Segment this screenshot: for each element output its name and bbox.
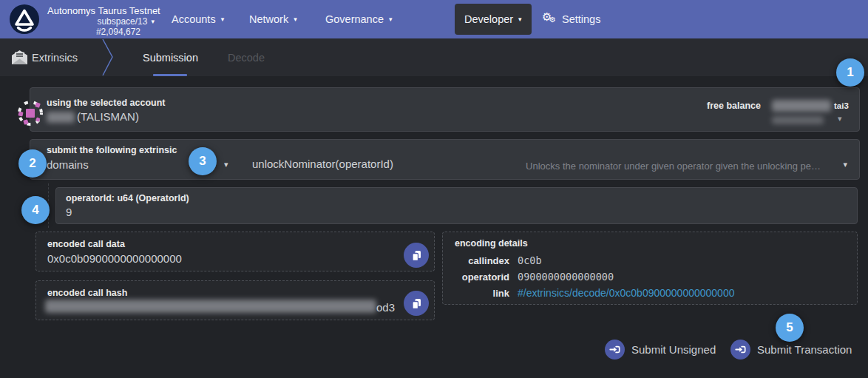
annotation-marker-4: 4 — [21, 196, 50, 224]
encoded-call-data-label: encoded call data — [47, 239, 125, 249]
call-hash-redacted — [45, 300, 376, 313]
annotation-marker-5: 5 — [776, 314, 804, 342]
encoding-row-link: link #/extrinsics/decode/0x0c0b090000000… — [455, 287, 734, 299]
decode-link[interactable]: #/extrinsics/decode/0x0c0b09000000000000… — [518, 287, 734, 299]
method-dropdown-caret-icon[interactable]: ▾ — [843, 161, 847, 169]
runtime-version: subspace/13 — [97, 16, 147, 27]
menu-network-label: Network — [249, 13, 288, 25]
menu-governance-label: Governance — [325, 13, 384, 25]
free-balance-redacted — [772, 100, 831, 112]
balance-secondary-redacted — [772, 116, 824, 124]
extrinsic-select-label: submit the following extrinsic — [47, 145, 177, 155]
submit-transaction-label: Submit Transaction — [757, 343, 852, 356]
param-value[interactable]: 9 — [66, 206, 72, 218]
account-name-redacted — [47, 112, 75, 123]
tab-submission[interactable]: Submission — [143, 38, 198, 76]
chevron-down-icon: ▾ — [151, 18, 155, 25]
runtime-selector[interactable]: subspace/13 ▾ — [47, 16, 155, 27]
encoded-call-data-box: encoded call data 0x0c0b0900000000000000 — [35, 232, 435, 271]
encoding-row-callindex: callindex 0c0b — [455, 254, 542, 266]
active-tab-underline — [153, 74, 187, 76]
section-dropdown-value[interactable]: domains — [47, 158, 89, 171]
method-description: Unlocks the nominator under given operat… — [526, 161, 821, 172]
annotation-marker-3: 3 — [189, 147, 217, 175]
account-dropdown-caret-icon[interactable]: ▾ — [838, 115, 842, 123]
section-dropdown-caret-icon[interactable]: ▾ — [224, 161, 228, 169]
encoding-row-label: operatorid — [455, 271, 509, 283]
best-block-number: #2,094,672 — [47, 27, 140, 37]
sign-in-icon — [730, 340, 750, 360]
free-balance-label: free balance — [707, 101, 761, 111]
copy-icon — [410, 249, 423, 262]
menu-governance[interactable]: Governance ▾ — [325, 0, 393, 38]
sign-in-icon — [605, 340, 625, 360]
param-operator-id-field[interactable]: operatorId: u64 (OperatorId) 9 — [55, 187, 858, 224]
account-select-label: using the selected account — [47, 98, 165, 108]
submit-unsigned-label: Submit Unsigned — [631, 343, 716, 356]
copy-icon — [410, 297, 423, 310]
chevron-down-icon: ▾ — [221, 16, 225, 23]
account-identicon — [16, 99, 44, 130]
menu-accounts-label: Accounts — [172, 13, 216, 25]
menu-settings-label: Settings — [562, 13, 600, 25]
autonomys-logo-icon[interactable] — [10, 4, 39, 34]
copy-call-hash-button[interactable] — [404, 291, 429, 316]
chain-name: Autonomys Taurus Testnet — [47, 5, 160, 16]
submit-unsigned-button[interactable]: Submit Unsigned — [605, 340, 716, 360]
section-title: Extrinsics — [32, 38, 78, 76]
menu-settings[interactable]: ⚙⚙ Settings — [542, 0, 600, 38]
chevron-down-icon: ▾ — [518, 16, 522, 23]
encoded-call-hash-label: encoded call hash — [47, 288, 127, 298]
submit-transaction-button[interactable]: Submit Transaction — [730, 340, 852, 360]
encoding-row-value: 0c0b — [518, 254, 542, 266]
param-label: operatorId: u64 (OperatorId) — [66, 193, 189, 203]
encoded-call-data-value: 0x0c0b0900000000000000 — [47, 252, 182, 265]
tab-bar: Extrinsics Submission Decode — [0, 38, 868, 76]
extrinsic-select-row: submit the following extrinsic domains ▾… — [30, 139, 860, 180]
annotation-marker-2: 2 — [18, 149, 47, 178]
tab-decode[interactable]: Decode — [228, 38, 265, 76]
encoding-row-label: callindex — [455, 255, 509, 266]
encoding-details-box: encoding details callindex 0c0b operator… — [442, 232, 858, 305]
encoding-row-operatorid: operatorid 0900000000000000 — [455, 271, 614, 283]
top-navbar: Autonomys Taurus Testnet subspace/13 ▾ #… — [0, 0, 868, 38]
chevron-down-icon: ▾ — [389, 16, 393, 23]
account-select-row[interactable]: using the selected account (TALISMAN) fr… — [30, 87, 860, 132]
annotation-marker-1: 1 — [836, 58, 864, 87]
encoding-row-label: link — [455, 288, 509, 299]
balance-unit: tai3 — [834, 101, 849, 110]
gears-icon: ⚙⚙ — [542, 13, 557, 26]
breadcrumb-chevron-icon — [102, 38, 115, 76]
extrinsics-envelope-icon — [12, 50, 27, 67]
chevron-down-icon: ▾ — [294, 16, 297, 23]
encoding-row-value: 0900000000000000 — [518, 271, 614, 283]
extrinsics-page: Autonomys Taurus Testnet subspace/13 ▾ #… — [0, 0, 868, 378]
call-hash-visible-tail: od3 — [376, 301, 395, 314]
account-name-suffix: (TALISMAN) — [77, 110, 139, 123]
menu-accounts[interactable]: Accounts ▾ — [172, 0, 224, 38]
encoded-call-hash-box: encoded call hash od3 — [35, 280, 435, 320]
copy-call-data-button[interactable] — [404, 243, 429, 268]
menu-network[interactable]: Network ▾ — [249, 0, 297, 38]
menu-developer-label: Developer — [464, 13, 513, 25]
method-dropdown-value[interactable]: unlockNominator(operatorId) — [252, 158, 393, 170]
menu-developer[interactable]: Developer ▾ — [455, 4, 532, 35]
encoding-details-label: encoding details — [455, 238, 528, 249]
